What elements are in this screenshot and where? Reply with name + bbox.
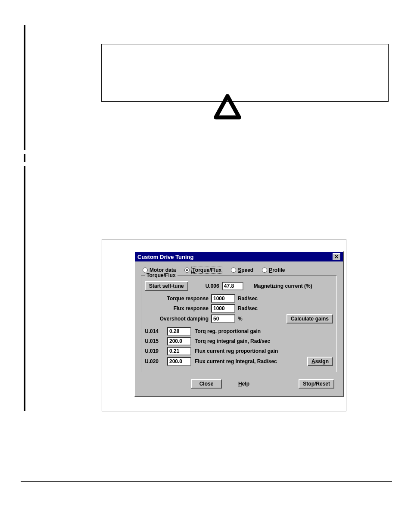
response-block: Torque response Rad/sec Flux response Ra… xyxy=(145,294,333,324)
close-icon[interactable]: ✕ xyxy=(333,253,340,260)
dialog-body: Motor data Torque/Flux Speed Profile Tor… xyxy=(135,261,343,396)
overshoot-label: Overshoot damping xyxy=(145,316,209,322)
dialog-title: Custom Drive Tuning xyxy=(137,254,193,260)
bottom-horizontal-rule xyxy=(21,481,392,482)
flux-response-input[interactable] xyxy=(211,304,235,313)
radio-icon xyxy=(184,268,190,273)
dialog-titlebar: Custom Drive Tuning ✕ xyxy=(135,252,343,261)
param-desc: Torq reg integral gain, Rad/sec xyxy=(195,338,333,344)
unit-label: Rad/sec xyxy=(238,296,268,302)
overshoot-input[interactable] xyxy=(211,314,235,323)
stop-reset-button[interactable]: Stop/Reset xyxy=(299,379,334,389)
param-code: U.015 xyxy=(145,338,164,344)
left-rule-segment-2 xyxy=(24,154,25,162)
unit-label: % xyxy=(238,316,268,322)
param-code: U.014 xyxy=(145,328,164,334)
param-code: U.019 xyxy=(145,348,164,354)
param-row-u019: U.019 Flux current reg proportional gain xyxy=(145,347,333,355)
torque-flux-radio[interactable]: Torque/Flux xyxy=(184,267,222,274)
param-desc: Flux current reg integral, Rad/sec xyxy=(195,358,304,364)
warning-triangle-icon xyxy=(214,94,241,121)
u019-input[interactable] xyxy=(167,347,191,355)
radio-icon xyxy=(231,268,236,273)
u020-input[interactable] xyxy=(167,357,191,366)
left-rule-segment-1 xyxy=(24,25,25,150)
profile-radio[interactable]: Profile xyxy=(262,267,285,274)
dialog-screenshot-frame: Custom Drive Tuning ✕ Motor data Torque/… xyxy=(102,239,346,411)
u014-input[interactable] xyxy=(167,327,191,336)
speed-radio[interactable]: Speed xyxy=(231,267,253,274)
param-row-u015: U.015 Torq reg integral gain, Rad/sec xyxy=(145,337,333,345)
left-rule-segment-3 xyxy=(24,166,25,411)
param-desc: Flux current reg proportional gain xyxy=(195,348,333,354)
u006-input[interactable] xyxy=(222,282,243,290)
torque-flux-group: Torque/Flux Start self-tune U.006 Magnet… xyxy=(141,275,337,372)
param-row-u014: U.014 Torq reg. proportional gain xyxy=(145,327,333,336)
self-tune-row: Start self-tune U.006 Magnetizing curren… xyxy=(145,281,333,291)
radio-label: Torque/Flux xyxy=(191,267,222,274)
radio-icon xyxy=(262,268,267,273)
param-row-u020: U.020 Flux current reg integral, Rad/sec… xyxy=(145,357,333,366)
torque-response-input[interactable] xyxy=(211,294,235,303)
u015-input[interactable] xyxy=(167,337,191,345)
close-button[interactable]: Close xyxy=(191,379,222,389)
param-code: U.020 xyxy=(145,358,164,364)
calculate-gains-button[interactable]: Calculate gains xyxy=(286,314,333,324)
flux-response-label: Flux response xyxy=(145,305,209,311)
unit-label: Rad/sec xyxy=(238,305,268,311)
radio-label: Profile xyxy=(269,267,285,273)
u006-desc: Magnetizing current (%) xyxy=(254,283,312,289)
help-label[interactable]: Help xyxy=(230,380,257,388)
u006-code: U.006 xyxy=(206,283,219,289)
param-desc: Torq reg. proportional gain xyxy=(195,328,333,334)
assign-button[interactable]: Assign xyxy=(307,357,333,366)
start-self-tune-button[interactable]: Start self-tune xyxy=(145,281,188,291)
dialog-bottom-bar: Close Help Stop/Reset xyxy=(139,376,339,393)
radio-label: Speed xyxy=(238,267,253,273)
torque-response-label: Torque response xyxy=(145,296,209,302)
custom-drive-tuning-dialog: Custom Drive Tuning ✕ Motor data Torque/… xyxy=(134,251,344,397)
group-label: Torque/Flux xyxy=(145,272,177,278)
attention-box xyxy=(101,44,389,102)
